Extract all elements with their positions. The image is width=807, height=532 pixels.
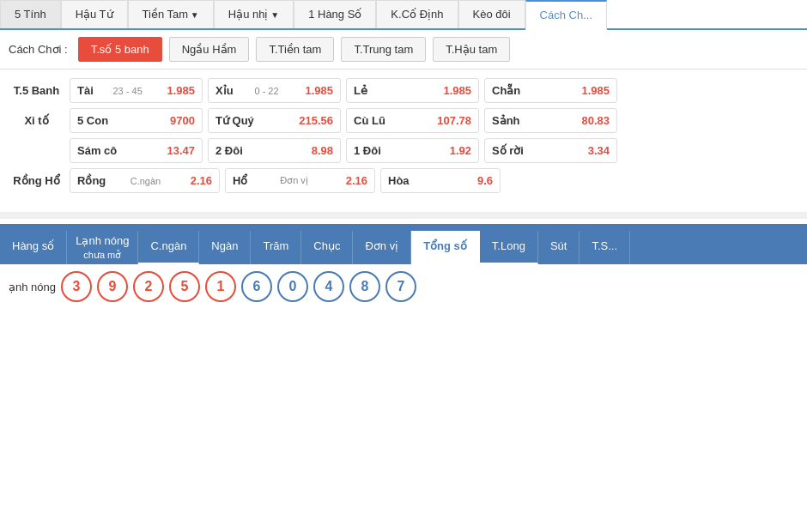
- bet-row-rongho: Rồng Hổ Rồng C.ngàn 2.16 Hổ Đơn vị 2.16 …: [9, 168, 798, 193]
- bottom-tab-chuc[interactable]: Chục: [301, 231, 353, 264]
- bottom-tab-ts[interactable]: T.S...: [579, 231, 630, 264]
- bet-odds-chan: 1.985: [581, 84, 610, 97]
- bet-name-rong: Rồng: [77, 174, 106, 187]
- bet-name-chan: Chẵn: [492, 84, 520, 97]
- nav-item-hauttu[interactable]: Hậu Tứ: [61, 0, 128, 28]
- circle-4[interactable]: 4: [313, 271, 344, 302]
- bottom-tab-donvi[interactable]: Đơn vị: [353, 231, 411, 264]
- bet-cell-rong[interactable]: Rồng C.ngàn 2.16: [70, 168, 220, 193]
- bet-name-le: Lẻ: [354, 84, 367, 97]
- bet-name-soroi: Số rời: [492, 144, 524, 157]
- circle-9[interactable]: 9: [97, 271, 128, 302]
- bottom-tab-lanhnong[interactable]: Lạnh nóng chưa mở: [67, 231, 138, 264]
- bet-odds-2doi: 8.98: [312, 144, 333, 157]
- nav-item-1hangso[interactable]: 1 Hàng Số: [294, 0, 376, 28]
- row-label-xito: Xi tố: [9, 114, 64, 127]
- section-separator: [0, 212, 807, 219]
- blue-separator: [0, 224, 807, 231]
- bottom-tab-tongso[interactable]: Tổng số: [411, 231, 480, 264]
- bet-name-hoa: Hòa: [388, 174, 410, 187]
- bet-name-culu: Cù Lũ: [354, 114, 385, 127]
- bet-odds-hoa: 9.6: [477, 174, 493, 187]
- bottom-tab-ngan[interactable]: Ngàn: [199, 231, 251, 264]
- bet-cell-hoa[interactable]: Hòa 9.6: [380, 168, 501, 193]
- bet-odds-tuquy: 215.56: [299, 114, 333, 127]
- circle-7[interactable]: 7: [385, 271, 416, 302]
- bet-odds-ho: 2.16: [346, 174, 367, 187]
- bet-odds-sanh: 80.83: [581, 114, 610, 127]
- bet-cell-xiu[interactable]: Xỉu 0 - 22 1.985: [208, 78, 341, 103]
- bottom-tabs-wrapper: Hàng số Lạnh nóng chưa mở C.ngàn Ngàn Tr…: [0, 231, 807, 264]
- circle-3[interactable]: 3: [61, 271, 92, 302]
- bet-name-samco: Sám cô: [77, 144, 117, 157]
- bet-odds-tai: 1.985: [167, 84, 195, 97]
- bet-cell-2doi[interactable]: 2 Đôi 8.98: [208, 138, 341, 163]
- bet-odds-5con: 9700: [170, 114, 195, 127]
- cc-btn-ngauham[interactable]: Ngầu Hầm: [169, 37, 250, 62]
- bet-cell-tuquy[interactable]: Tứ Quý 215.56: [208, 108, 341, 133]
- nav-item-tientam[interactable]: Tiền Tam: [128, 0, 214, 28]
- bet-name-1doi: 1 Đôi: [354, 144, 381, 157]
- top-navigation: 5 Tính Hậu Tứ Tiền Tam Hậu nhị 1 Hàng Số…: [0, 0, 807, 30]
- bottom-tab-hangso[interactable]: Hàng số: [0, 231, 67, 264]
- nav-item-kcodinh[interactable]: K.Cố Định: [376, 0, 458, 28]
- bet-cell-culu[interactable]: Cù Lũ 107.78: [346, 108, 479, 133]
- nav-item-cachch[interactable]: Cách Ch...: [525, 0, 607, 30]
- bet-name-sanh: Sảnh: [492, 114, 520, 127]
- bet-cell-tai[interactable]: Tài 23 - 45 1.985: [70, 78, 203, 103]
- bet-row-samco: Sám cô 13.47 2 Đôi 8.98 1 Đôi 1.92 Số rờ…: [9, 138, 798, 163]
- bet-odds-rong: 2.16: [191, 174, 212, 187]
- cach-choi-row: Cách Chơi : T.số 5 banh Ngầu Hầm T.Tiền …: [0, 30, 807, 70]
- bet-name-tai: Tài: [77, 84, 94, 97]
- bet-cell-sanh[interactable]: Sảnh 80.83: [484, 108, 617, 133]
- cc-btn-tso5banh[interactable]: T.số 5 banh: [78, 37, 162, 62]
- cc-btn-thautam[interactable]: T.Hậu tam: [433, 37, 510, 62]
- bottom-tab-cngan[interactable]: C.ngàn: [138, 231, 199, 264]
- bet-cell-le[interactable]: Lẻ 1.985: [346, 78, 479, 103]
- lanh-nong-line2: chưa mở: [83, 249, 121, 261]
- betting-section: T.5 Banh Tài 23 - 45 1.985 Xỉu 0 - 22 1.…: [0, 70, 807, 207]
- bet-cell-chan[interactable]: Chẵn 1.985: [484, 78, 617, 103]
- bet-sub-ho: Đơn vị: [280, 175, 308, 186]
- circle-6[interactable]: 6: [241, 271, 272, 302]
- bet-odds-samco: 13.47: [167, 144, 195, 157]
- bet-odds-soroi: 3.34: [588, 144, 610, 157]
- bottom-tab-tlong[interactable]: T.Long: [480, 231, 538, 264]
- bottom-tab-tram[interactable]: Trăm: [251, 231, 301, 264]
- bet-name-5con: 5 Con: [77, 114, 108, 127]
- circle-2[interactable]: 2: [133, 271, 164, 302]
- nav-item-5tinh[interactable]: 5 Tính: [0, 0, 61, 28]
- bet-row-xito: Xi tố 5 Con 9700 Tứ Quý 215.56 Cù Lũ 107…: [9, 108, 798, 133]
- bet-name-tuquy: Tứ Quý: [215, 114, 254, 127]
- cc-btn-ttrungtam[interactable]: T.Trung tam: [341, 37, 426, 62]
- bet-cell-1doi[interactable]: 1 Đôi 1.92: [346, 138, 479, 163]
- bet-odds-culu: 107.78: [437, 114, 471, 127]
- row-label-rongho: Rồng Hổ: [9, 174, 64, 187]
- circle-1[interactable]: 1: [205, 271, 236, 302]
- bet-sub-tai: 23 - 45: [113, 86, 143, 96]
- row-label-t5banh: T.5 Banh: [9, 84, 64, 97]
- circle-0[interactable]: 0: [277, 271, 308, 302]
- bet-cell-soroi[interactable]: Số rời 3.34: [484, 138, 617, 163]
- bet-odds-xiu: 1.985: [305, 84, 333, 97]
- bet-cell-5con[interactable]: 5 Con 9700: [70, 108, 203, 133]
- circles-section: ạnh nóng 3 9 2 5 1 6 0 4 8 7: [0, 264, 807, 309]
- bet-row-t5banh: T.5 Banh Tài 23 - 45 1.985 Xỉu 0 - 22 1.…: [9, 78, 798, 103]
- cc-btn-ttientam[interactable]: T.Tiền tam: [256, 37, 334, 62]
- bet-sub-rong: C.ngàn: [130, 176, 161, 186]
- bottom-tab-sut[interactable]: Sút: [538, 231, 580, 264]
- bet-sub-xiu: 0 - 22: [254, 86, 278, 96]
- bet-name-xiu: Xỉu: [215, 84, 234, 97]
- bet-odds-le: 1.985: [443, 84, 471, 97]
- nav-item-haunhi[interactable]: Hậu nhị: [214, 0, 294, 28]
- circle-5[interactable]: 5: [169, 271, 200, 302]
- lanh-nong-line1: Lạnh nóng: [76, 234, 129, 249]
- bet-cell-samco[interactable]: Sám cô 13.47: [70, 138, 203, 163]
- circle-8[interactable]: 8: [349, 271, 380, 302]
- nav-item-keodoi[interactable]: Kèo đôi: [458, 0, 525, 28]
- bet-odds-1doi: 1.92: [450, 144, 471, 157]
- bet-cell-ho[interactable]: Hổ Đơn vị 2.16: [225, 168, 375, 193]
- bet-name-ho: Hổ: [233, 174, 247, 187]
- bet-name-2doi: 2 Đôi: [215, 144, 243, 157]
- cach-choi-label: Cách Chơi :: [9, 43, 68, 56]
